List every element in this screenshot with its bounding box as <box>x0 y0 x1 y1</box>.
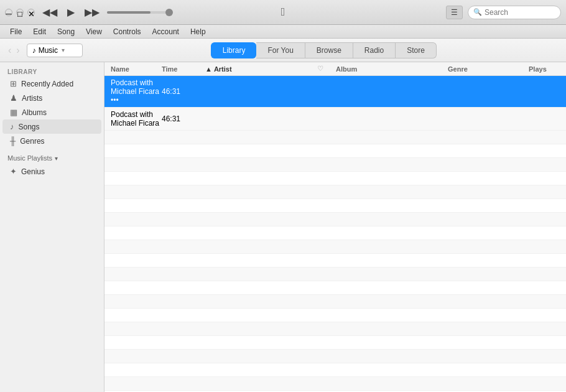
sidebar-item-albums[interactable]: ▦ Albums <box>2 105 101 119</box>
table-row-empty[interactable] <box>104 377 566 391</box>
sidebar-item-recently-added[interactable]: ⊞ Recently Added <box>2 77 101 91</box>
apple-logo:  <box>281 6 285 19</box>
genres-icon: ╫ <box>10 136 16 146</box>
sidebar-item-genres-label: Genres <box>20 137 44 146</box>
sidebar-item-artists-label: Artists <box>22 94 42 103</box>
col-name-header[interactable]: Name <box>111 65 162 73</box>
table-header: Name Time ▲ Artist ♡ Album Genre Plays <box>104 62 566 76</box>
nav-tab-group: Library For You Browse Radio Store <box>211 42 437 58</box>
table-row[interactable]: Podcast with Michael Ficara 46:31 <box>104 108 566 131</box>
fastforward-button[interactable]: ▶▶ <box>82 5 102 19</box>
transport-controls: ◀◀ ▶ ▶▶ <box>40 5 102 19</box>
table-row-empty[interactable] <box>104 240 566 254</box>
location-icon: ♪ <box>32 46 36 55</box>
search-icon: 🔍 <box>473 8 482 16</box>
progress-bar[interactable] <box>107 11 169 14</box>
albums-icon: ▦ <box>10 108 17 117</box>
table-row-empty[interactable] <box>104 295 566 309</box>
library-section-label: Library <box>0 66 104 77</box>
row-name: Podcast with Michael Ficara <box>111 110 162 128</box>
main-content: Library ⊞ Recently Added ♟ Artists ▦ Alb… <box>0 62 566 392</box>
tab-browse[interactable]: Browse <box>305 42 353 58</box>
sidebar-item-songs[interactable]: ♪ Songs <box>2 119 101 134</box>
nav-bar: ‹ › ♪ Music ▾ Library For You Browse Rad… <box>0 39 566 62</box>
forward-button[interactable]: › <box>14 44 21 57</box>
tab-store[interactable]: Store <box>396 42 437 58</box>
rewind-button[interactable]: ◀◀ <box>40 5 60 19</box>
playlists-label-text: Music Playlists <box>7 154 52 162</box>
row-name: Podcast with Michael Ficara ••• <box>111 78 162 105</box>
table-row[interactable]: Podcast with Michael Ficara ••• 46:31 <box>104 76 566 108</box>
menu-icon-button[interactable]: ☰ <box>446 6 463 19</box>
menu-controls[interactable]: Controls <box>108 26 146 37</box>
nav-arrows: ‹ › <box>6 44 22 57</box>
play-button[interactable]: ▶ <box>65 5 77 19</box>
table-row-empty[interactable] <box>104 185 566 199</box>
playlists-chevron-icon: ▾ <box>55 155 58 162</box>
progress-bar-container[interactable] <box>107 11 169 14</box>
location-label: Music <box>39 46 58 55</box>
tab-for-you[interactable]: For You <box>256 42 305 58</box>
table-row-empty[interactable] <box>104 213 566 226</box>
progress-bar-fill <box>107 11 151 14</box>
menu-file[interactable]: File <box>5 26 27 37</box>
row-time: 46:31 <box>162 114 205 123</box>
table-row-empty[interactable] <box>104 309 566 322</box>
table-row-empty[interactable] <box>104 322 566 336</box>
tab-library[interactable]: Library <box>211 42 257 58</box>
table-row-empty[interactable] <box>104 131 566 144</box>
menu-edit[interactable]: Edit <box>28 26 51 37</box>
menu-account[interactable]: Account <box>147 26 184 37</box>
menu-help[interactable]: Help <box>185 26 211 37</box>
menu-bar: File Edit Song View Controls Account Hel… <box>0 25 566 39</box>
table-row-empty[interactable] <box>104 199 566 213</box>
close-button[interactable]: ✕ <box>27 9 35 16</box>
content-area: Name Time ▲ Artist ♡ Album Genre Plays P… <box>104 62 566 392</box>
table-row-empty[interactable] <box>104 254 566 268</box>
sidebar-item-songs-label: Songs <box>19 123 40 131</box>
table-row-empty[interactable] <box>104 172 566 185</box>
sidebar-item-albums-label: Albums <box>22 108 47 117</box>
empty-rows <box>104 131 566 392</box>
title-bar: ─ □ ✕ ◀◀ ▶ ▶▶  ☰ 🔍 <box>0 0 566 25</box>
tab-radio[interactable]: Radio <box>353 42 396 58</box>
songs-icon: ♪ <box>10 122 14 131</box>
progress-handle[interactable] <box>165 9 173 16</box>
playlists-section-label[interactable]: Music Playlists ▾ <box>0 152 104 164</box>
table-row-empty[interactable] <box>104 226 566 240</box>
table-row-empty[interactable] <box>104 281 566 295</box>
col-genre-header[interactable]: Genre <box>448 65 529 73</box>
search-input[interactable] <box>485 8 553 17</box>
sidebar-item-genius[interactable]: ✦ Genius <box>2 164 101 179</box>
col-time-header[interactable]: Time <box>162 65 205 73</box>
table-row-empty[interactable] <box>104 268 566 281</box>
menu-song[interactable]: Song <box>52 26 80 37</box>
col-artist-header[interactable]: ▲ Artist <box>205 65 317 73</box>
col-album-header[interactable]: Album <box>336 65 448 73</box>
location-chevron-icon: ▾ <box>62 47 65 54</box>
back-button[interactable]: ‹ <box>6 44 13 57</box>
table-row-empty[interactable] <box>104 158 566 172</box>
sidebar-item-genius-label: Genius <box>21 167 45 176</box>
recently-added-icon: ⊞ <box>10 79 17 88</box>
table-row-empty[interactable] <box>104 336 566 350</box>
menu-view[interactable]: View <box>81 26 107 37</box>
sidebar-item-genres[interactable]: ╫ Genres <box>2 134 101 148</box>
row-time: 46:31 <box>162 87 205 96</box>
sidebar: Library ⊞ Recently Added ♟ Artists ▦ Alb… <box>0 62 104 392</box>
artist-sort-icon: ▲ <box>205 65 212 73</box>
table-row-empty[interactable] <box>104 363 566 377</box>
col-heart-header[interactable]: ♡ <box>317 65 336 73</box>
location-box[interactable]: ♪ Music ▾ <box>27 44 83 57</box>
window-controls: ─ □ ✕ <box>5 9 35 16</box>
genius-icon: ✦ <box>10 167 17 176</box>
sidebar-item-recently-added-label: Recently Added <box>21 80 73 88</box>
sidebar-item-artists[interactable]: ♟ Artists <box>2 91 101 105</box>
search-box[interactable]: 🔍 <box>468 6 561 19</box>
table-row-empty[interactable] <box>104 144 566 158</box>
title-bar-right: ☰ 🔍 <box>446 6 561 19</box>
table-row-empty[interactable] <box>104 350 566 363</box>
col-plays-header[interactable]: Plays <box>529 65 560 73</box>
minimize-button[interactable]: ─ <box>5 9 12 16</box>
maximize-button[interactable]: □ <box>16 9 24 16</box>
